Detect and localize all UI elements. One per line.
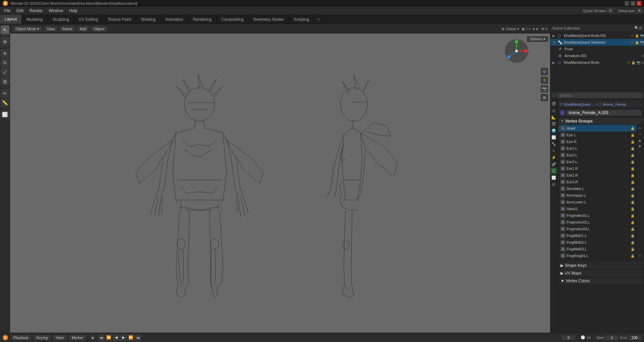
end-frame-input[interactable] xyxy=(628,335,641,340)
vg-up-button[interactable]: ▲ xyxy=(637,138,643,143)
tab-texture-paint[interactable]: Texture Paint xyxy=(103,15,136,24)
vg-lock-ear3-r[interactable]: 🔒 xyxy=(631,180,635,184)
vg-lock-eye-r[interactable]: 🔒 xyxy=(631,140,635,144)
shape-keys-header[interactable]: ▶ Shape Keys xyxy=(558,262,643,269)
outliner-item-body001[interactable]: ▶ ⬡ ElsaMariaQuest Body.001 👁 🔒 📷 xyxy=(550,32,644,39)
vg-lock-hand-l[interactable]: 🔒 xyxy=(631,207,635,211)
zoom-to-fit-button[interactable]: ⊙ xyxy=(541,68,548,75)
vertex-colors-header[interactable]: ▼ Vertex Colors xyxy=(558,277,643,285)
viewport-mode-button[interactable]: Object Mode ▾ xyxy=(13,26,42,32)
vg-item-fingring01-l[interactable]: ⊞ FingRing01.L 🔒 xyxy=(558,252,637,259)
move-tool-button[interactable]: ✛ xyxy=(1,49,9,58)
vg-lock-armlower-l[interactable]: 🔒 xyxy=(631,200,635,204)
outliner-item-armature001[interactable]: ⊞ Armature.001 ⊞ xyxy=(550,52,644,59)
vg-item-eye-r[interactable]: ⊞ Eye.R 🔒 xyxy=(558,138,637,145)
scene-props-icon[interactable]: 🎬 xyxy=(551,121,557,127)
viewport-add-button[interactable]: Add xyxy=(77,26,89,32)
viewport-object-button[interactable]: Object xyxy=(91,26,107,32)
record-button[interactable]: ● xyxy=(90,335,95,340)
select-tool-button[interactable]: ↖ xyxy=(1,26,9,34)
vg-item-ear3-l[interactable]: ⊞ Ear3.L 🔒 xyxy=(558,158,637,165)
outliner-filter-icon[interactable]: 🔍 xyxy=(634,26,639,30)
outliner-item-skeleton[interactable]: ▼ 🦴 ElsaMariaQuest Skeleton 👁 🔒 📷 xyxy=(550,39,644,46)
3d-viewport[interactable]: Object Mode ▾ View Select Add Object ⊕ G… xyxy=(10,24,550,333)
breadcrumb-part1[interactable]: ElsaMariaQuest ... xyxy=(564,102,594,106)
outliner-item-pose[interactable]: ↺ Pose xyxy=(550,46,644,52)
menu-edit[interactable]: Edit xyxy=(14,8,26,14)
vg-lock-fingindex03-l[interactable]: 🔒 xyxy=(631,227,635,231)
constraints-props-icon[interactable]: 🔗 xyxy=(551,161,557,167)
vg-item-fingindex01-l[interactable]: ⊞ FingIndex01.L 🔒 xyxy=(558,212,637,219)
viewport-select-button[interactable]: Select xyxy=(59,26,75,32)
grid-view-button[interactable]: ⊞ xyxy=(541,94,548,101)
world-props-icon[interactable]: 🌍 xyxy=(551,128,557,134)
view-menu-button[interactable]: View xyxy=(53,335,66,340)
vg-item-shoulder-l[interactable]: ⊞ Shoulder.L 🔒 xyxy=(558,185,637,192)
uv-maps-header[interactable]: ▶ UV Maps xyxy=(558,270,643,277)
playback-menu-button[interactable]: Playback xyxy=(11,335,31,340)
modifier-props-icon[interactable]: 🔧 xyxy=(551,141,557,147)
vg-item-fingmid03-l[interactable]: ⊞ FingMid03.L 🔒 xyxy=(558,246,637,252)
tab-shading[interactable]: Shading xyxy=(136,15,161,24)
vg-item-ear2-l[interactable]: ⊞ Ear2.L 🔒 xyxy=(558,152,637,158)
quest-version-dropdown[interactable]: ▾ xyxy=(607,8,613,13)
add-cube-button[interactable]: ⬜ xyxy=(1,110,9,119)
object-data-props-icon[interactable]: ⬡ xyxy=(551,168,557,174)
vg-lock-fingring01-l[interactable]: 🔒 xyxy=(631,254,635,258)
tab-layout[interactable]: Layout xyxy=(0,15,22,24)
vg-lock-ear1-r[interactable]: 🔒 xyxy=(631,167,635,170)
jump-to-end-button[interactable]: ⏭ xyxy=(135,334,142,341)
outliner-options-icon[interactable]: ⊞ xyxy=(639,26,642,30)
render-props-icon[interactable]: 🎬 xyxy=(551,101,557,107)
tab-modeling[interactable]: Modeling xyxy=(22,15,48,24)
vertex-groups-section-header[interactable]: ▼ Vertex Groups xyxy=(558,117,643,125)
vg-lock-eye-l[interactable]: 🔒 xyxy=(631,133,635,137)
vg-item-ear1-l[interactable]: ⊞ Ear1.L 🔒 xyxy=(558,145,637,152)
vg-item-armupper-l[interactable]: ⊞ ArmUpper.L 🔒 xyxy=(558,192,637,199)
vg-lock-fingmid01-l[interactable]: 🔒 xyxy=(631,234,635,238)
properties-search-input[interactable] xyxy=(557,93,642,98)
measure-tool-button[interactable]: 📏 xyxy=(1,98,9,107)
vg-item-ear3-r[interactable]: ⊞ Ear3.R 🔒 xyxy=(558,179,637,185)
shading-props-icon[interactable]: ⊞ xyxy=(551,181,557,187)
vg-item-head[interactable]: ⊞ Head 🔒 xyxy=(558,125,637,132)
add-workspace-button[interactable]: + xyxy=(314,15,323,24)
vg-item-fingmid02-l[interactable]: ⊞ FingMid02.L 🔒 xyxy=(558,239,637,246)
vg-item-armlower-l[interactable]: ⊞ ArmLower.L 🔒 xyxy=(558,199,637,205)
viewport-view-button[interactable]: View xyxy=(44,26,57,32)
vg-lock-fingmid03-l[interactable]: 🔒 xyxy=(631,247,635,251)
physics-props-icon[interactable]: ⚡ xyxy=(551,154,557,160)
outliner-item-body[interactable]: ▶ ⬡ ElsaMariaQuest Body 👁 🔒 📷 ⊞ xyxy=(550,59,644,66)
navigation-gizmo[interactable] xyxy=(503,38,530,64)
menu-help[interactable]: Help xyxy=(66,8,80,14)
tab-uv-editing[interactable]: UV Editing xyxy=(74,15,103,24)
vg-lock-fingmid02-l[interactable]: 🔒 xyxy=(631,241,635,244)
menu-file[interactable]: File xyxy=(1,8,13,14)
tab-animation[interactable]: Animation xyxy=(161,15,188,24)
vg-lock-fingindex02-l[interactable]: 🔒 xyxy=(631,221,635,224)
view-layer-props-icon[interactable]: 📐 xyxy=(551,114,557,120)
vg-lock-armupper-l[interactable]: 🔒 xyxy=(631,194,635,197)
particles-props-icon[interactable]: ✳ xyxy=(551,148,557,154)
vg-item-hand-l[interactable]: ⊞ Hand.L 🔒 xyxy=(558,205,637,212)
output-props-icon[interactable]: 🖨 xyxy=(551,107,557,113)
vg-lock-head[interactable]: 🔒 xyxy=(631,127,635,130)
vg-lock-ear2-l[interactable]: 🔒 xyxy=(631,153,635,157)
vg-lock-shoulder-l[interactable]: 🔒 xyxy=(631,187,635,191)
rotate-tool-button[interactable]: ↻ xyxy=(1,58,9,67)
tab-scripting[interactable]: Scripting xyxy=(289,15,314,24)
vg-lock-ear3-l[interactable]: 🔒 xyxy=(631,160,635,164)
tab-sculpting[interactable]: Sculpting xyxy=(48,15,74,24)
menu-window[interactable]: Window xyxy=(46,8,66,14)
object-name-input[interactable] xyxy=(567,110,641,116)
vg-add-button[interactable]: + xyxy=(637,126,643,131)
play-back-button[interactable]: ◀ xyxy=(113,334,119,341)
keying-menu-button[interactable]: Keying xyxy=(34,335,51,340)
close-button[interactable]: × xyxy=(637,1,641,6)
vg-item-fingindex02-l[interactable]: ⊞ FingIndex02.L 🔒 xyxy=(558,219,637,226)
vg-down-button[interactable]: ▼ xyxy=(637,144,643,149)
tab-compositing[interactable]: Compositing xyxy=(217,15,249,24)
material-props-icon[interactable]: ⬜ xyxy=(551,175,557,181)
transform-tool-button[interactable]: ⊞ xyxy=(1,77,9,86)
annotate-tool-button[interactable]: ✏ xyxy=(1,89,9,98)
